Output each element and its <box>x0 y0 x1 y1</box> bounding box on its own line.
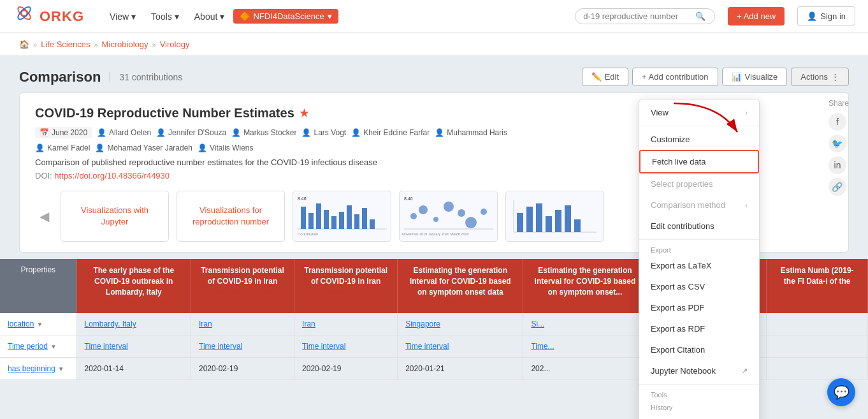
chat-icon: 💬 <box>834 385 850 400</box>
svg-rect-29 <box>526 207 533 232</box>
cell-link[interactable]: Lombardy, Italy <box>85 320 136 328</box>
viz-chart-2[interactable]: 8.46 November 2019 January 2020 March 20… <box>399 191 498 242</box>
menu-export-latex[interactable]: Export as LaTeX <box>639 255 759 276</box>
add-contribution-button[interactable]: + Add contribution <box>632 68 718 86</box>
menu-comparison-method: Comparison method › <box>639 195 759 216</box>
calendar-icon: 📅 <box>40 128 49 137</box>
location-filter[interactable]: location <box>8 320 34 328</box>
menu-export-rdf[interactable]: Export as RDF <box>639 318 759 339</box>
time-period-filter[interactable]: Time period <box>8 342 48 351</box>
col-header-0: The early phase of the COVID-19 outbreak… <box>76 259 191 313</box>
filter-icon[interactable]: ▼ <box>50 343 57 350</box>
header-actions: ✏️ Edit + Add contribution 📊 Visualize A… <box>582 68 849 86</box>
star-icon[interactable]: ★ <box>300 107 308 119</box>
nav-about[interactable]: About ▾ <box>188 8 231 26</box>
home-icon[interactable]: 🏠 <box>19 40 29 49</box>
col-header-3: Estimating the generation interval for C… <box>398 259 523 313</box>
tools-section-label: Tools <box>639 387 759 400</box>
share-twitter[interactable]: 🐦 <box>828 135 846 152</box>
share-link[interactable]: 🔗 <box>828 178 846 196</box>
svg-rect-13 <box>362 208 367 229</box>
filter-icon[interactable]: ▼ <box>36 321 43 328</box>
nav-tools[interactable]: Tools ▾ <box>145 8 185 26</box>
user-icon: 👤 <box>35 143 45 152</box>
menu-export-citation[interactable]: Export Citation <box>639 339 759 360</box>
svg-point-23 <box>465 217 477 228</box>
navbar: ORKG View ▾ Tools ▾ About ▾ 🔶 NFDI4DataS… <box>0 0 868 33</box>
signin-button[interactable]: 👤 Sign in <box>797 6 855 26</box>
svg-rect-8 <box>324 210 329 229</box>
chart-svg-2: 8.46 November 2019 January 2020 March 20… <box>401 194 496 239</box>
has-beginning-filter[interactable]: has beginning <box>8 364 55 373</box>
cell-link[interactable]: Iran <box>199 320 212 328</box>
menu-divider <box>639 126 759 126</box>
svg-point-24 <box>481 209 487 215</box>
table-cell: Time interval <box>191 335 294 358</box>
cell-link[interactable]: Time interval <box>302 342 345 351</box>
viz-prev-button[interactable]: ◀ <box>35 191 53 242</box>
author-chip: 👤Muhammad Haris <box>435 127 507 138</box>
viz-chart-3[interactable] <box>505 191 604 242</box>
cell-link[interactable]: Time interval <box>405 342 449 351</box>
cell-link[interactable]: Time interval <box>199 342 242 351</box>
nav-view[interactable]: View ▾ <box>103 8 142 26</box>
menu-quality-report[interactable]: Quality report <box>639 413 759 419</box>
viz-card-repro[interactable]: Visualizations for reproduction number <box>177 191 285 242</box>
add-new-button[interactable]: + Add new <box>728 7 785 26</box>
table-cell: Singapore <box>398 313 523 335</box>
viz-chart-1[interactable]: 8.46 Contribution <box>293 191 391 242</box>
author-chip: 👤Vitalis Wiens <box>198 143 253 152</box>
search-icon[interactable]: 🔍 <box>695 11 705 21</box>
history-section-label: History <box>639 400 759 413</box>
menu-jupyter-notebook[interactable]: Jupyter Notebook ↗ <box>639 360 759 381</box>
badge-icon: 🔶 <box>240 11 250 21</box>
nav-badge[interactable]: 🔶 NFDI4DataScience ▾ <box>233 9 338 24</box>
user-icon: 👤 <box>198 143 207 152</box>
menu-fetch-live-data[interactable]: Fetch live data <box>639 150 759 173</box>
breadcrumb-microbiology[interactable]: Microbiology <box>102 40 148 49</box>
cell-link[interactable]: Si... <box>531 320 544 328</box>
svg-rect-14 <box>370 219 375 229</box>
table-cell: Iran <box>294 313 398 335</box>
nav-links: View ▾ Tools ▾ About ▾ 🔶 NFDI4DataScienc… <box>103 8 562 26</box>
breadcrumb-life-sciences[interactable]: Life Sciences <box>41 40 90 49</box>
share-facebook[interactable]: f <box>828 113 846 131</box>
svg-point-19 <box>419 205 428 214</box>
chat-button[interactable]: 💬 <box>827 378 855 406</box>
table-cell: Si... <box>523 313 647 335</box>
search-box: 🔍 <box>575 8 715 24</box>
breadcrumb-virology[interactable]: Virology <box>160 40 190 49</box>
viz-card-jupyter[interactable]: Visualizations with Jupyter <box>61 191 169 242</box>
doi-link[interactable]: https://doi.org/10.48366/r44930 <box>54 171 170 180</box>
author-chip: 👤Allard Oelen <box>97 127 151 138</box>
contributions-count: 31 contributions <box>110 72 182 82</box>
export-section-label: Export <box>639 242 759 255</box>
edit-button[interactable]: ✏️ Edit <box>582 68 628 86</box>
svg-point-18 <box>410 213 417 219</box>
filter-icon[interactable]: ▼ <box>58 365 64 372</box>
search-input[interactable] <box>583 11 691 21</box>
menu-customize[interactable]: Customize <box>639 129 759 150</box>
property-cell: location ▼ <box>0 313 76 335</box>
table-cell <box>767 313 868 335</box>
chevron-down-icon: ▾ <box>328 11 332 21</box>
col-header-2: Transmission potential of COVID-19 in Ir… <box>294 259 398 313</box>
cell-link[interactable]: Singapore <box>405 320 440 328</box>
share-linkedin[interactable]: in <box>828 156 846 174</box>
cell-link[interactable]: Time interval <box>85 342 128 351</box>
user-icon: 👤 <box>156 128 166 137</box>
menu-export-pdf[interactable]: Export as PDF <box>639 297 759 318</box>
cell-link[interactable]: Iran <box>302 320 315 328</box>
table-cell <box>767 358 868 380</box>
menu-edit-contributions[interactable]: Edit contributions <box>639 216 759 237</box>
actions-button[interactable]: Actions ⋮ <box>791 68 849 86</box>
share-sidebar: Share f 🐦 in 🔗 <box>828 99 849 196</box>
logo[interactable]: ORKG <box>13 5 84 28</box>
cell-link[interactable]: Time... <box>531 342 554 351</box>
user-icon: 👤 <box>435 128 444 137</box>
visualize-button[interactable]: 📊 Visualize <box>722 68 788 86</box>
menu-view[interactable]: View › <box>639 102 759 123</box>
external-icon: ↗ <box>742 367 748 375</box>
property-cell: Time period ▼ <box>0 335 76 358</box>
menu-export-csv[interactable]: Export as CSV <box>639 276 759 297</box>
